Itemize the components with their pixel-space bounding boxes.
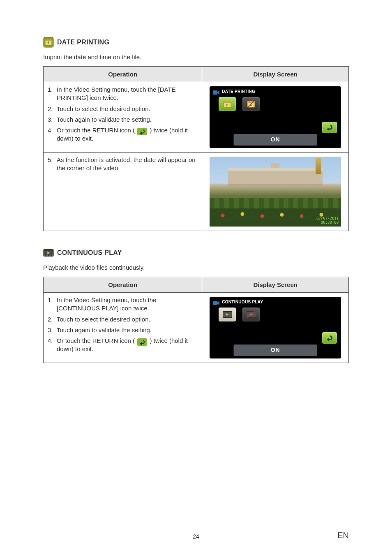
intro-text-continuous-play: Playback the video files continuously.: [43, 263, 349, 272]
heading-text: CONTINUOUS PLAY: [57, 248, 122, 257]
svg-rect-32: [223, 317, 232, 318]
svg-rect-22: [44, 255, 45, 256]
svg-rect-16: [44, 250, 45, 250]
svg-text:6: 6: [226, 103, 228, 107]
col-operation: Operation: [44, 277, 202, 293]
operation-cell-1: 1. In the Video Setting menu, touch the …: [44, 82, 202, 153]
calendar-off-icon: 6: [247, 100, 256, 108]
svg-rect-31: [223, 311, 232, 312]
svg-rect-28: [137, 338, 147, 346]
calendar-on-icon: 6: [223, 100, 232, 108]
filmstrip-play-off-icon: [246, 310, 256, 319]
filmstrip-play-icon: [222, 310, 233, 319]
return-button[interactable]: [322, 332, 337, 344]
svg-text:6: 6: [47, 41, 49, 45]
svg-rect-24: [47, 255, 48, 256]
return-icon: [137, 338, 147, 345]
step-item: 4. Or touch the RETURN icon ( ) twice: [48, 126, 198, 143]
option-on-button[interactable]: [219, 308, 236, 321]
return-arrow-icon: [325, 124, 334, 131]
step-item: 4. Or touch the RETURN icon ( ) twice: [48, 337, 198, 354]
svg-rect-25: [49, 255, 50, 256]
photo-preview: 07/07/2011 08:30:00: [210, 157, 341, 227]
mock-title-text: CONTINUOUS PLAY: [222, 299, 263, 305]
step-item: 3. Touch again to validate the setting.: [48, 116, 198, 124]
svg-rect-23: [46, 255, 47, 256]
on-pill: ON: [234, 134, 317, 146]
svg-rect-27: [52, 255, 53, 256]
page-number: 24: [193, 533, 199, 541]
step-item: 1. In the Video Setting menu, touch the …: [48, 296, 198, 313]
mock-screen-date-printing: DATE PRINTING 6: [210, 86, 341, 148]
step-item: 5. As the function is activated, the dat…: [48, 156, 198, 173]
option-off-button[interactable]: [242, 308, 260, 321]
section-heading-continuous-play: CONTINUOUS PLAY: [43, 247, 349, 258]
video-mode-icon: [213, 89, 219, 95]
date-printing-icon: 6: [43, 37, 54, 48]
section-heading-date-printing: 6 DATE PRINTING: [43, 37, 349, 48]
svg-rect-18: [47, 250, 48, 250]
display-cell-1: DATE PRINTING 6: [202, 82, 349, 153]
svg-rect-5: [213, 90, 217, 95]
heading-text: DATE PRINTING: [57, 38, 109, 47]
building-graphic: [228, 168, 323, 187]
option-off-button[interactable]: 6: [242, 97, 260, 111]
col-operation: Operation: [44, 67, 202, 82]
svg-rect-29: [213, 301, 217, 305]
return-button[interactable]: [322, 122, 337, 133]
step-item: 2. Touch to select the desired option.: [48, 105, 198, 113]
svg-rect-17: [46, 250, 47, 250]
video-mode-icon: [213, 299, 219, 305]
mock-title-row: CONTINUOUS PLAY: [210, 297, 341, 306]
svg-rect-20: [51, 250, 51, 250]
monument-graphic: [316, 158, 321, 174]
operation-cell-cp: 1. In the Video Setting menu, touch the …: [44, 293, 202, 363]
display-cell-cp: CONTINUOUS PLAY: [202, 293, 349, 363]
svg-rect-19: [49, 250, 50, 250]
col-display: Display Screen: [202, 277, 349, 293]
mock-title-row: DATE PRINTING: [210, 86, 341, 95]
date-printing-table: Operation Display Screen 1. In the Video…: [43, 66, 349, 231]
on-pill: ON: [234, 345, 317, 356]
step-item: 1. In the Video Setting menu, touch the …: [48, 86, 198, 102]
language-mark: EN: [337, 530, 349, 541]
svg-rect-21: [52, 250, 53, 250]
mock-title-text: DATE PRINTING: [222, 89, 255, 95]
intro-text-date-printing: Imprint the date and time on the file.: [43, 53, 349, 61]
svg-rect-7: [224, 101, 231, 103]
svg-rect-4: [137, 128, 147, 135]
mock-option-row: [210, 306, 341, 321]
step-item: 2. Touch to select the desired option.: [48, 315, 198, 324]
mock-screen-continuous-play: CONTINUOUS PLAY: [210, 297, 341, 358]
col-display: Display Screen: [202, 67, 349, 82]
date-stamp: 07/07/2011 08:30:00: [316, 217, 339, 225]
option-on-button[interactable]: 6: [219, 97, 236, 111]
step-item: 3. Touch again to validate the setting.: [48, 326, 198, 334]
continuous-play-icon: [43, 247, 54, 258]
operation-cell-2: 5. As the function is activated, the dat…: [44, 153, 202, 231]
svg-rect-26: [51, 255, 51, 256]
mock-option-row: 6 6: [210, 95, 341, 111]
return-arrow-icon: [325, 335, 334, 341]
display-cell-2: 07/07/2011 08:30:00: [202, 153, 349, 231]
continuous-play-table: Operation Display Screen 1. In the Video…: [43, 277, 349, 363]
return-icon: [137, 127, 147, 134]
